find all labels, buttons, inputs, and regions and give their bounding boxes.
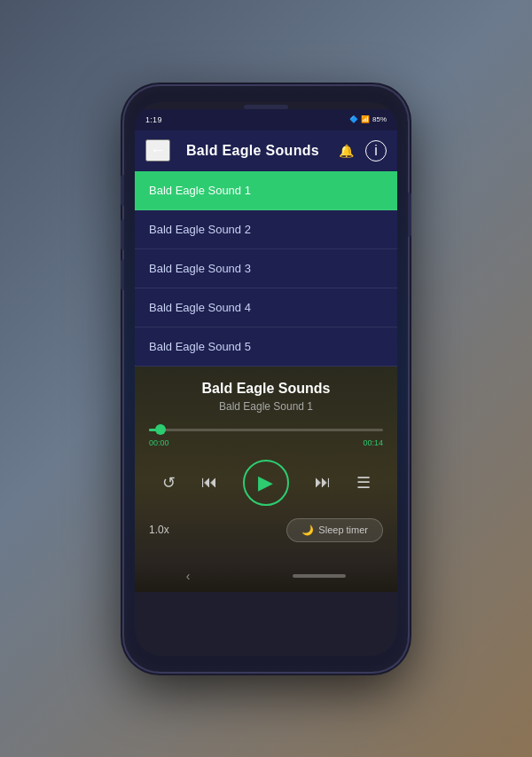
phone-screen: 1:19 🔷 📶 85% ← Bald Eagle Sounds 🔔 i Bal… [135,102,397,656]
song-item-5[interactable]: Bald Eagle Sound 5 [135,327,397,367]
status-time: 1:19 [145,115,162,124]
moon-icon: 🌙 [301,524,314,536]
song-item-4[interactable]: Bald Eagle Sound 4 [135,288,397,327]
signal-icon: 📶 [361,115,370,123]
time-labels: 00:00 00:14 [149,438,383,447]
playlist-button[interactable]: ☰ [356,473,371,493]
status-bar: 1:19 🔷 📶 85% [135,109,397,130]
sleep-timer-label: Sleep timer [318,524,368,535]
phone-bottom-nav: ‹ [135,560,397,592]
player-section: Bald Eagle Sounds Bald Eagle Sound 1 00:… [135,367,397,560]
sleep-timer-button[interactable]: 🌙 Sleep timer [286,518,383,542]
song-item-2[interactable]: Bald Eagle Sound 2 [135,210,397,249]
song-item-3[interactable]: Bald Eagle Sound 3 [135,249,397,288]
home-indicator[interactable] [293,574,346,578]
speed-label[interactable]: 1.0x [149,524,169,536]
status-icons: 🔷 📶 85% [349,115,387,123]
time-total: 00:14 [363,438,383,447]
bluetooth-icon: 🔷 [349,115,358,123]
bottom-controls: 1.0x 🌙 Sleep timer [149,518,383,542]
repeat-button[interactable]: ↺ [162,473,176,493]
progress-thumb [155,424,166,435]
notch-area [135,102,397,109]
song-item-1[interactable]: Bald Eagle Sound 1 [135,171,397,210]
progress-track [149,429,383,431]
progress-container[interactable] [149,425,383,435]
next-button[interactable]: ⏭ [315,473,331,492]
play-button[interactable]: ▶ [243,460,289,506]
playback-controls: ↺ ⏮ ▶ ⏭ ☰ [149,460,383,506]
toolbar: ← Bald Eagle Sounds 🔔 i [135,130,397,171]
phone-device: 1:19 🔷 📶 85% ← Bald Eagle Sounds 🔔 i Bal… [124,86,408,672]
prev-button[interactable]: ⏮ [201,473,217,492]
player-track-name: Bald Eagle Sound 1 [219,400,313,413]
battery-icon: 85% [372,115,387,123]
time-current: 00:00 [149,438,169,447]
nav-back-button[interactable]: ‹ [186,569,191,583]
bell-icon[interactable]: 🔔 [335,140,356,162]
toolbar-title: Bald Eagle Sounds [179,143,326,159]
toolbar-icons: 🔔 i [335,140,387,162]
back-button[interactable]: ← [145,139,170,162]
song-list: Bald Eagle Sound 1 Bald Eagle Sound 2 Ba… [135,171,397,367]
speaker-grill [244,105,288,109]
info-icon[interactable]: i [365,140,387,162]
player-album-title: Bald Eagle Sounds [202,381,331,397]
